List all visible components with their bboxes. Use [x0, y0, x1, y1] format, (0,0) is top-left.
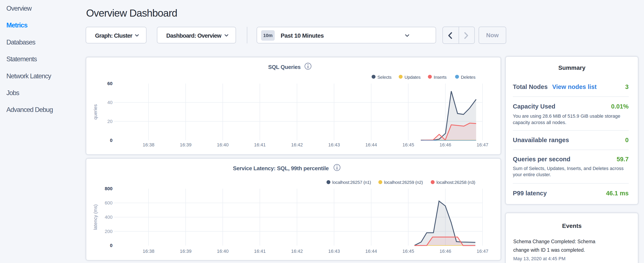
svg-text:16:42: 16:42: [291, 248, 303, 254]
svg-text:16:43: 16:43: [328, 142, 340, 147]
svg-text:16:43: 16:43: [328, 248, 340, 254]
svg-text:Updates: Updates: [404, 75, 420, 80]
svg-text:200: 200: [104, 229, 112, 234]
svg-text:16:41: 16:41: [254, 142, 266, 147]
svg-text:60: 60: [107, 81, 112, 86]
svg-text:16:46: 16:46: [440, 248, 451, 254]
svg-text:Selects: Selects: [378, 75, 392, 80]
svg-text:SQL Queries: SQL Queries: [268, 64, 301, 70]
svg-text:0: 0: [110, 138, 112, 143]
svg-text:16:44: 16:44: [365, 142, 377, 147]
svg-text:16:42: 16:42: [291, 142, 303, 147]
svg-text:localhost:26258 (n3): localhost:26258 (n3): [436, 180, 475, 185]
svg-text:16:40: 16:40: [217, 248, 228, 254]
svg-text:queries: queries: [93, 104, 98, 120]
svg-text:16:44: 16:44: [365, 248, 377, 254]
svg-text:localhost:26257 (n1): localhost:26257 (n1): [332, 180, 371, 185]
svg-text:Deletes: Deletes: [461, 75, 476, 80]
svg-text:16:38: 16:38: [143, 248, 154, 254]
svg-text:0: 0: [110, 243, 112, 248]
svg-text:16:41: 16:41: [254, 248, 266, 254]
svg-text:localhost:26259 (n2): localhost:26259 (n2): [384, 180, 423, 185]
svg-text:latency (ms): latency (ms): [93, 204, 98, 230]
svg-text:400: 400: [104, 214, 112, 220]
svg-text:16:38: 16:38: [143, 142, 154, 147]
svg-text:16:39: 16:39: [180, 142, 192, 147]
svg-text:16:45: 16:45: [402, 142, 414, 147]
svg-text:600: 600: [104, 200, 112, 205]
svg-text:16:45: 16:45: [402, 248, 414, 254]
svg-text:800: 800: [104, 186, 112, 191]
svg-text:Inserts: Inserts: [434, 75, 446, 80]
svg-text:16:39: 16:39: [180, 248, 192, 254]
svg-text:Service Latency: SQL, 99th per: Service Latency: SQL, 99th percentile: [233, 165, 329, 171]
svg-text:40: 40: [107, 100, 112, 105]
svg-text:16:40: 16:40: [217, 142, 228, 147]
svg-text:20: 20: [107, 119, 112, 124]
svg-text:16:46: 16:46: [440, 142, 451, 147]
svg-text:16:47: 16:47: [477, 142, 488, 147]
svg-text:16:47: 16:47: [477, 248, 488, 254]
